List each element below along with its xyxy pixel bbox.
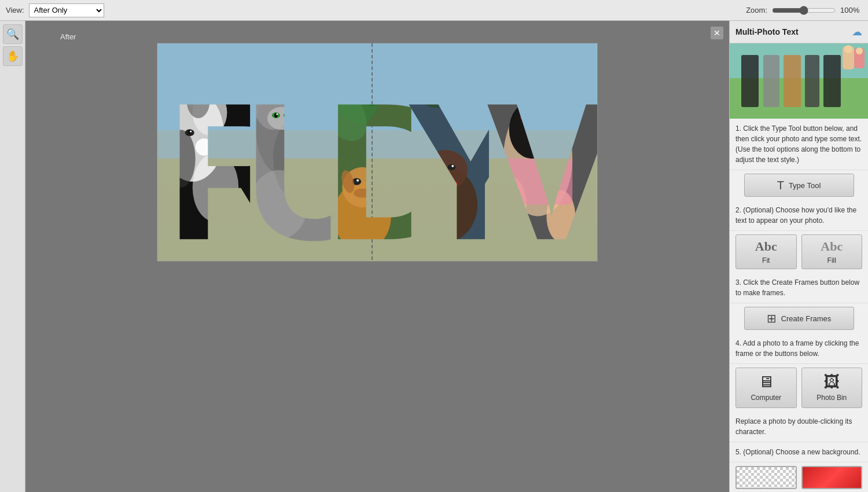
photo-bin-label: Photo Bin <box>816 394 847 402</box>
svg-point-9 <box>187 84 210 119</box>
svg-point-61 <box>527 104 529 107</box>
instruction-3: 3. Click the Create Frames button below … <box>730 273 868 303</box>
type-tool-icon: T <box>777 179 784 192</box>
main-area: 🔍 ✋ ✕ After R <box>0 21 868 492</box>
svg-point-19 <box>250 170 307 239</box>
svg-point-48 <box>440 165 442 167</box>
toolbar: View: After Only Before Only Before & Af… <box>0 0 868 21</box>
computer-label: Computer <box>751 394 781 402</box>
svg-point-50 <box>451 165 454 167</box>
photo-bin-button[interactable]: 🖼 Photo Bin <box>801 368 863 408</box>
replace-instruction: Replace a photo by double-clicking its c… <box>730 412 868 442</box>
fit-fill-row: Abc Fit Abc Fill <box>735 234 862 269</box>
svg-rect-66 <box>503 159 572 205</box>
svg-point-20 <box>267 107 296 130</box>
fill-button[interactable]: Abc Fill <box>801 234 863 269</box>
after-label: After <box>60 32 76 41</box>
svg-rect-71 <box>784 55 801 107</box>
photo-bin-icon: 🖼 <box>823 374 840 390</box>
svg-point-10 <box>196 138 213 156</box>
svg-point-77 <box>856 47 863 54</box>
transparent-bg-button[interactable] <box>735 466 797 489</box>
close-button[interactable]: ✕ <box>711 27 723 39</box>
canvas-area: ✕ After R <box>25 21 729 492</box>
svg-point-62 <box>535 104 538 107</box>
svg-rect-72 <box>805 55 819 107</box>
svg-point-13 <box>190 131 192 133</box>
background-buttons-row <box>735 466 862 489</box>
svg-point-56 <box>520 96 545 119</box>
view-label: View: <box>6 6 24 14</box>
svg-point-7 <box>167 130 196 187</box>
svg-rect-51 <box>434 182 457 186</box>
hand-tool-icon: ✋ <box>6 50 19 63</box>
create-frames-button[interactable]: ⊞ Create Frames <box>744 307 854 330</box>
computer-icon: 🖥 <box>758 374 774 390</box>
instruction-1: 1. Click the Type Tool button below, and… <box>730 119 868 170</box>
computer-button[interactable]: 🖥 Computer <box>735 368 797 408</box>
svg-point-8 <box>193 153 239 222</box>
view-select[interactable]: After Only Before Only Before & After - … <box>29 3 104 17</box>
create-frames-label: Create Frames <box>781 314 832 323</box>
left-tool-panel: 🔍 ✋ <box>0 21 25 492</box>
preview-image <box>730 43 868 119</box>
svg-rect-70 <box>763 55 779 107</box>
zoom-tool-icon: 🔍 <box>6 28 19 41</box>
type-tool-label: Type Tool <box>789 181 821 190</box>
panel-title: Multi-Photo Text <box>735 27 799 36</box>
photo-buttons-row: 🖥 Computer 🖼 Photo Bin <box>735 368 862 408</box>
instruction-4: 4. Add a photo to a frame by clicking th… <box>730 333 868 364</box>
photo-canvas[interactable]: R <box>157 43 598 262</box>
svg-point-38 <box>354 189 371 198</box>
svg-point-49 <box>447 164 455 170</box>
svg-rect-63 <box>521 115 544 119</box>
zoom-slider[interactable] <box>772 6 836 15</box>
right-panel: Multi-Photo Text ☁ <box>729 21 868 492</box>
svg-point-47 <box>436 164 444 170</box>
instruction-5: 5. (Optional) Choose a new background. <box>730 442 868 462</box>
svg-point-75 <box>844 45 852 53</box>
hand-tool-button[interactable]: ✋ <box>3 46 23 66</box>
svg-point-25 <box>276 113 278 115</box>
svg-point-37 <box>356 179 359 182</box>
photo-text-svg: R <box>157 43 597 261</box>
type-tool-button[interactable]: T Type Tool <box>744 174 854 197</box>
fit-label: Fit <box>762 256 770 265</box>
svg-rect-73 <box>823 55 841 107</box>
zoom-label: Zoom: <box>746 6 767 14</box>
fill-abc-icon: Abc <box>821 239 843 254</box>
cloud-icon: ☁ <box>852 25 862 38</box>
svg-rect-69 <box>741 55 759 107</box>
zoom-area: Zoom: 100% <box>746 6 862 15</box>
panel-header: Multi-Photo Text ☁ <box>730 21 868 43</box>
instruction-2: 2. (Optional) Choose how you'd like the … <box>730 200 868 231</box>
close-icon: ✕ <box>713 28 720 38</box>
svg-point-26 <box>288 113 289 115</box>
fit-button[interactable]: Abc Fit <box>735 234 797 269</box>
create-frames-icon: ⊞ <box>767 311 777 325</box>
zoom-tool-button[interactable]: 🔍 <box>3 24 23 44</box>
red-bg-button[interactable] <box>801 466 863 489</box>
fit-abc-icon: Abc <box>755 239 777 254</box>
fill-label: Fill <box>827 256 836 265</box>
zoom-percent: 100% <box>840 6 862 14</box>
